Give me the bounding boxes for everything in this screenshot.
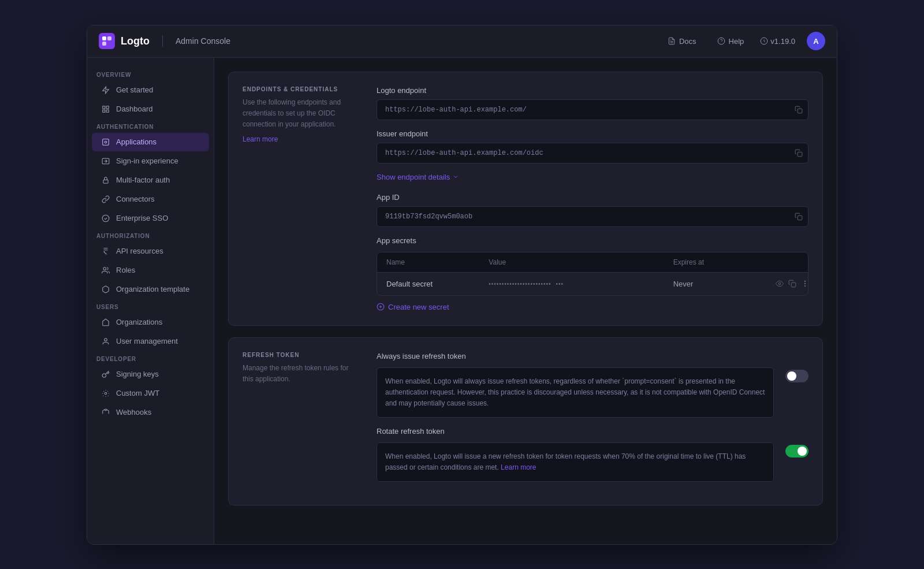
svg-rect-2 [102, 42, 106, 46]
secrets-table: Name Value Expires at Default secret •••… [377, 252, 808, 296]
user-management-icon [101, 337, 110, 346]
roles-label: Roles [116, 266, 135, 274]
sidebar-item-signing-keys[interactable]: Signing keys [92, 365, 209, 384]
svg-point-24 [804, 286, 805, 287]
dashboard-icon [101, 105, 110, 114]
always-issue-description: When enabled, Logto will always issue re… [377, 367, 774, 418]
refresh-token-card-right: Always issue refresh token When enabled,… [377, 352, 808, 492]
create-secret-label: Create new secret [388, 303, 449, 311]
rotate-label: Rotate refresh token [377, 427, 808, 436]
svg-point-14 [103, 267, 106, 270]
secret-dots-top: •••••••••••••••••••••••• [489, 281, 551, 287]
logto-endpoint-wrapper [377, 99, 808, 120]
sidebar-item-sign-in[interactable]: Sign-in experience [92, 152, 209, 170]
docs-icon [668, 37, 676, 45]
connectors-icon [101, 195, 110, 204]
webhooks-label: Webhooks [116, 408, 151, 416]
issuer-endpoint-copy-btn[interactable] [795, 149, 803, 157]
col-name: Name [386, 258, 489, 266]
app-id-copy-btn[interactable] [795, 213, 803, 221]
always-issue-row: When enabled, Logto will always issue re… [377, 367, 808, 418]
issuer-endpoint-input[interactable] [377, 143, 808, 163]
logto-endpoint-input[interactable] [377, 99, 808, 120]
sidebar-item-dashboard[interactable]: Dashboard [92, 100, 209, 118]
sign-in-icon [101, 157, 110, 166]
svg-point-13 [102, 215, 109, 222]
app-id-label: App ID [377, 193, 808, 202]
api-resources-label: API resources [116, 247, 163, 255]
sidebar-item-enterprise-sso[interactable]: Enterprise SSO [92, 209, 209, 228]
overview-section-label: OVERVIEW [87, 67, 214, 80]
sidebar-item-roles[interactable]: Roles [92, 261, 209, 280]
show-endpoint-label: Show endpoint details [377, 173, 450, 181]
sidebar-item-user-management[interactable]: User management [92, 332, 209, 351]
mfa-label: Multi-factor auth [116, 176, 170, 184]
show-endpoint-details-btn[interactable]: Show endpoint details [377, 173, 459, 181]
svg-rect-19 [798, 215, 802, 220]
sidebar-item-get-started[interactable]: Get started [92, 81, 209, 99]
rotate-description: When enabled, Logto will issue a new ref… [377, 442, 774, 482]
secret-more-btn[interactable] [801, 280, 808, 288]
organizations-label: Organizations [116, 318, 162, 326]
endpoints-card-left: ENDPOINTS & CREDENTIALS Use the followin… [243, 86, 358, 311]
organizations-icon [101, 318, 110, 327]
sidebar-item-custom-jwt[interactable]: Custom JWT [92, 384, 209, 403]
org-template-label: Organization template [116, 285, 189, 293]
secret-copy-btn[interactable] [788, 280, 796, 288]
mfa-icon [101, 176, 110, 185]
docs-button[interactable]: Docs [663, 35, 701, 48]
col-expires: Expires at [673, 258, 776, 266]
secret-eye-btn[interactable] [776, 280, 784, 288]
sidebar-item-connectors[interactable]: Connectors [92, 190, 209, 209]
app-id-input[interactable] [377, 206, 808, 227]
api-resources-icon [101, 247, 110, 256]
plus-circle-icon [377, 303, 385, 311]
docs-label: Docs [679, 37, 696, 46]
logto-endpoint-copy-btn[interactable] [795, 106, 803, 114]
sidebar-item-api-resources[interactable]: API resources [92, 242, 209, 261]
svg-point-20 [778, 282, 781, 285]
sidebar-item-webhooks[interactable]: Webhooks [92, 403, 209, 422]
svg-rect-8 [103, 110, 105, 112]
help-button[interactable]: Help [713, 35, 749, 48]
sidebar-item-mfa[interactable]: Multi-factor auth [92, 171, 209, 189]
webhooks-icon [101, 408, 110, 417]
sidebar-item-organizations[interactable]: Organizations [92, 313, 209, 332]
users-section-label: USERS [87, 299, 214, 313]
authorization-section-label: AUTHORIZATION [87, 228, 214, 241]
svg-point-10 [105, 141, 107, 143]
rotate-text: When enabled, Logto will issue a new ref… [385, 452, 746, 471]
svg-rect-6 [106, 106, 109, 108]
create-secret-btn[interactable]: Create new secret [377, 303, 449, 311]
svg-rect-0 [102, 36, 106, 40]
logto-endpoint-label: Logto endpoint [377, 86, 808, 95]
help-icon [717, 37, 725, 45]
always-issue-toggle[interactable] [785, 370, 808, 382]
version-badge: v1.19.0 [760, 37, 795, 46]
rotate-learn-more[interactable]: Learn more [501, 463, 536, 471]
logo-icon [99, 33, 115, 49]
svg-rect-21 [791, 282, 796, 287]
always-issue-knob [787, 371, 796, 381]
secret-expires: Never [673, 280, 776, 288]
svg-rect-12 [103, 180, 108, 183]
sidebar-item-applications[interactable]: Applications [92, 133, 209, 151]
rotate-knob [798, 447, 807, 456]
get-started-icon [101, 85, 110, 95]
applications-icon [101, 137, 110, 147]
logo-text: Logto [121, 35, 150, 47]
refresh-token-card-left: REFRESH TOKEN Manage the refresh token r… [243, 352, 358, 492]
org-template-icon [101, 285, 110, 294]
help-label: Help [729, 37, 744, 46]
avatar[interactable]: A [807, 32, 825, 50]
header: Logto Admin Console Docs Help [87, 25, 837, 58]
authentication-section-label: AUTHENTICATION [87, 119, 214, 132]
secret-dots-bottom: ••• [556, 281, 564, 287]
sidebar-item-org-template[interactable]: Organization template [92, 280, 209, 299]
dashboard-label: Dashboard [116, 105, 153, 113]
row-actions [776, 280, 799, 288]
version-label: v1.19.0 [770, 37, 795, 46]
rotate-toggle[interactable] [785, 445, 808, 458]
endpoints-learn-more[interactable]: Learn more [243, 135, 278, 143]
secrets-table-header: Name Value Expires at [377, 252, 808, 273]
